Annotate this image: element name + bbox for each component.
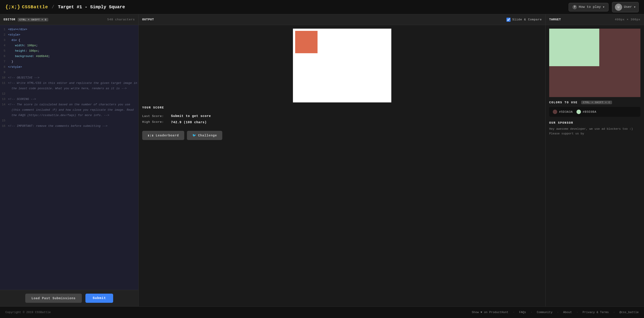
color-hex-2: #B5E0BA: [583, 110, 596, 114]
code-line: 13<!-- SCORING -->: [0, 96, 138, 102]
output-panel: OUTPUT Slide & Compare YOUR SCORE Last S…: [139, 14, 546, 306]
separator: ·: [557, 310, 559, 314]
target-green-rect: [549, 28, 599, 66]
submit-button[interactable]: Submit: [86, 294, 113, 303]
line-number: 13: [0, 97, 8, 102]
output-toolbar: OUTPUT Slide & Compare: [139, 14, 546, 25]
leaderboard-label: Leaderboard: [156, 134, 179, 137]
code-line: 2<style>: [0, 32, 138, 38]
code-text: <!-- SCORING -->: [8, 97, 36, 102]
line-number: 10: [0, 75, 8, 80]
header: {;x;} CSSBattle / Target #1 - Simply Squ…: [0, 0, 644, 14]
line-number: 1: [0, 27, 8, 32]
footer-copyright: Copyright © 2019 CSSBattle: [5, 310, 51, 314]
separator: ·: [531, 310, 532, 314]
leaderboard-button[interactable]: ▮▯▮ Leaderboard: [142, 131, 184, 140]
code-text: width: 100px;: [8, 43, 38, 48]
code-line: 5 height: 100px;: [0, 48, 138, 54]
code-text: the least code possible. What you write …: [8, 86, 127, 91]
code-line: 16<!-- IMPORTANT: remove the comments be…: [0, 124, 138, 129]
swatch-dot-1: [553, 110, 557, 114]
challenge-button[interactable]: 🐦 Challenge: [187, 131, 222, 140]
code-text: height: 100px;: [8, 48, 39, 54]
how-to-play-button[interactable]: ? How to play ▾: [569, 3, 608, 12]
target-label: TARGET: [549, 18, 561, 21]
editor-content[interactable]: 1<div></div> 2<style> 3 div { 4 width: 1…: [0, 25, 138, 290]
load-past-submissions-button[interactable]: Load Past Submissions: [25, 294, 82, 303]
logo[interactable]: {;x;} CSSBattle: [5, 4, 48, 10]
last-score-label: Last Score:: [142, 114, 164, 119]
color-hex-1: #5D3A3A: [559, 110, 573, 114]
logo-icon: {;x;}: [5, 4, 20, 10]
code-line: 14<!-- The score is calculated based on …: [0, 102, 138, 107]
bar-chart-icon: ▮▯▮: [148, 134, 154, 137]
twitter-link[interactable]: @css_battle: [620, 310, 639, 314]
line-number: 5: [0, 48, 8, 54]
high-score-label: High Score:: [142, 119, 164, 125]
footer: Copyright © 2019 CSSBattle Show ♥ on Pro…: [0, 306, 644, 318]
output-canvas: [293, 28, 391, 102]
code-text: <!-- Write HTML/CSS in this editor and r…: [8, 81, 137, 86]
line-number: 12: [0, 92, 8, 96]
output-square: [295, 31, 318, 53]
code-line: 1<div></div>: [0, 27, 138, 32]
user-label: User: [624, 5, 632, 9]
separator: ·: [613, 310, 615, 314]
code-text: <style>: [8, 32, 20, 37]
editor-panel: EDITOR CTRL + SHIFT + E 540 characters 1…: [0, 14, 139, 306]
sponsor-section: OUR SPONSOR Hey awesome developer, we us…: [546, 121, 644, 136]
editor-footer: Load Past Submissions Submit: [0, 290, 138, 306]
line-number: 7: [0, 59, 8, 64]
line-number: 11: [0, 81, 8, 86]
line-number: 3: [0, 38, 8, 43]
code-line: (this comment included :P) and how close…: [0, 107, 138, 113]
score-labels: Last Score: High Score:: [142, 114, 164, 125]
color-swatch-1: #5D3A3A: [553, 110, 573, 114]
code-text: div {: [8, 38, 20, 43]
code-text: <!-- The score is calculated based on th…: [8, 102, 130, 107]
footer-links: Show ♥ on ProductHunt · FAQs · Community…: [472, 310, 639, 314]
line-number: 6: [0, 54, 8, 59]
char-count: 540 characters: [107, 18, 135, 21]
main-area: EDITOR CTRL + SHIFT + E 540 characters 1…: [0, 14, 644, 306]
color-swatches: #5D3A3A #B5E0BA: [549, 107, 640, 117]
swatch-dot-2: [576, 110, 581, 114]
code-line: 9: [0, 70, 138, 75]
chevron-down-icon: ▾: [603, 5, 605, 9]
page-title: Target #1 - Simply Square: [58, 4, 125, 10]
score-section: YOUR SCORE Last Score: High Score: Submi…: [139, 106, 546, 144]
how-to-play-label: How to play: [579, 5, 601, 9]
code-text: (this comment included :P) and how close…: [8, 108, 134, 112]
separator: ·: [513, 310, 515, 314]
editor-label: EDITOR CTRL + SHIFT + E: [4, 18, 48, 22]
score-row: Last Score: High Score: Submit to get sc…: [142, 113, 542, 126]
line-number: 16: [0, 124, 8, 128]
challenge-label: Challenge: [198, 134, 217, 137]
faqs-link[interactable]: FAQs: [519, 310, 526, 314]
code-line: 4 width: 100px;: [0, 43, 138, 48]
target-panel: TARGET 400px × 300px COLORS TO USE CTRL …: [546, 14, 644, 306]
user-menu-button[interactable]: U User ▾: [612, 2, 639, 12]
code-text: background: #dd6b4d;: [8, 54, 50, 59]
privacy-terms-link[interactable]: Privacy & Terms: [582, 310, 609, 314]
target-canvas: [549, 28, 640, 97]
chevron-down-icon: ▾: [634, 5, 636, 9]
code-text: <!-- IMPORTANT: remove the comments befo…: [8, 124, 108, 128]
line-number: 4: [0, 43, 8, 48]
code-text: }: [8, 59, 13, 64]
twitter-icon: 🐦: [192, 134, 196, 137]
last-score-value: Submit to get score: [171, 113, 211, 119]
slide-compare-checkbox[interactable]: [506, 18, 510, 22]
header-right: ? How to play ▾ U User ▾: [569, 2, 639, 12]
code-text: <!-- OBJECTIVE -->: [8, 75, 39, 80]
line-number: 14: [0, 102, 8, 107]
show-on-producthunt-link[interactable]: Show ♥ on ProductHunt: [472, 310, 508, 314]
about-link[interactable]: About: [563, 310, 572, 314]
slide-compare-control[interactable]: Slide & Compare: [506, 18, 542, 22]
community-link[interactable]: Community: [537, 310, 552, 314]
color-swatch-2: #B5E0BA: [576, 110, 596, 114]
colors-shortcut: CTRL + SHIFT + C: [581, 101, 612, 104]
colors-header: COLORS TO USE CTRL + SHIFT + C: [549, 101, 640, 104]
line-number: 8: [0, 65, 8, 70]
avatar: U: [615, 4, 622, 11]
